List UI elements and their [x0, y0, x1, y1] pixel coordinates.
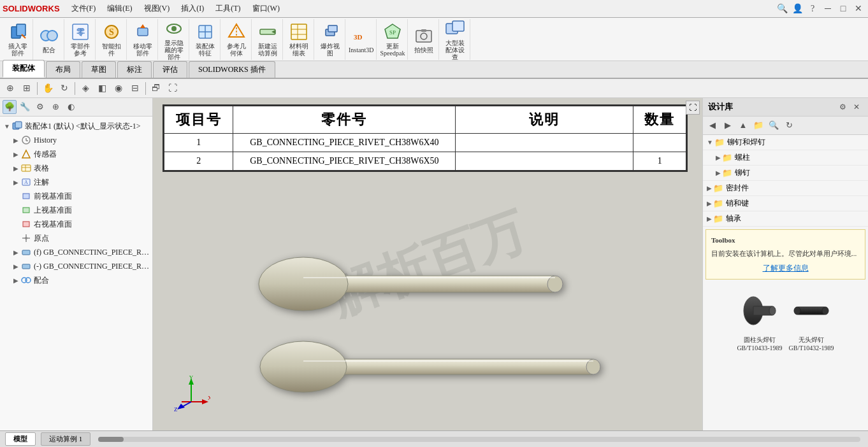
- tree-assembly-root[interactable]: ▼ 装配体1 (默认) <默认_显示状态-1>: [0, 119, 152, 133]
- status-tab-motion[interactable]: 运动算例 1: [41, 432, 90, 446]
- tab-evaluate[interactable]: 评估: [153, 61, 187, 78]
- appearance-icon[interactable]: ◐: [64, 100, 78, 114]
- feature-tree-icon[interactable]: 🌳: [3, 100, 17, 114]
- tab-annotation[interactable]: 标注: [117, 61, 152, 78]
- tree-part-1[interactable]: ▶ (f) GB_CONNECTING_PIECE_RIVE...: [0, 245, 152, 259]
- instant3d-label: Instant3D: [349, 46, 373, 53]
- toolbar-assembly-feature[interactable]: 装配体特征: [190, 19, 221, 60]
- sensor-arrow[interactable]: ▶: [11, 150, 20, 159]
- zoom-window-icon[interactable]: ⊞: [19, 81, 34, 96]
- menu-tools[interactable]: 工具(T): [210, 2, 245, 15]
- rp-search-icon[interactable]: 🔍: [767, 118, 781, 132]
- front-plane-arrow[interactable]: [11, 192, 20, 201]
- display-style-icon[interactable]: ◧: [94, 81, 110, 96]
- tree-sensor[interactable]: ▶ 传感器: [0, 147, 152, 161]
- toolbar-move-comp[interactable]: 移动零部件: [127, 19, 158, 60]
- top-menu-bar: SOLIDWORKS 文件(F) 编辑(E) 视图(V) 插入(I) 工具(T)…: [0, 0, 868, 18]
- toolbar-speedpak[interactable]: SP 更新Speedpak: [377, 19, 408, 60]
- toolbar-instant3d[interactable]: 3D Instant3D: [346, 19, 377, 60]
- property-icon[interactable]: 🔧: [18, 100, 32, 114]
- thumb-item-1[interactable]: 圆柱头焊钉GB/T10433-1989: [737, 288, 782, 352]
- rp-forward-icon[interactable]: ▶: [721, 118, 735, 132]
- tree-part-2[interactable]: ▶ (-) GB_CONNECTING_PIECE_RIVE...: [0, 259, 152, 273]
- minimize-icon[interactable]: ─: [821, 2, 835, 16]
- rp-tree-stud[interactable]: ▶ 📁 螺柱: [703, 150, 868, 166]
- toolbar-smart-fasteners[interactable]: S 智能扣件: [96, 19, 127, 60]
- toolbar-snapshot[interactable]: 拍快照: [409, 19, 439, 60]
- zoom-fit-icon[interactable]: ⊕: [3, 81, 18, 96]
- view-orient-icon[interactable]: ◈: [78, 81, 93, 96]
- origin-arrow[interactable]: [11, 234, 20, 243]
- rp-up-icon[interactable]: ▲: [736, 118, 750, 132]
- tab-layout[interactable]: 布局: [46, 61, 80, 78]
- tab-plugins[interactable]: SOLIDWORKS 插件: [189, 61, 275, 78]
- assembly-icon: [11, 120, 23, 132]
- search-icon[interactable]: 🔍: [775, 2, 789, 16]
- dimensions-icon[interactable]: ⊕: [48, 100, 62, 114]
- scroll-thumb[interactable]: [98, 437, 124, 442]
- tree-mate[interactable]: ▶ 配合: [0, 273, 152, 287]
- top-plane-arrow[interactable]: [11, 206, 20, 215]
- rp-back-icon[interactable]: ◀: [705, 118, 720, 132]
- tree-front-plane[interactable]: 前视基准面: [0, 189, 152, 203]
- help-icon[interactable]: ?: [806, 2, 820, 16]
- tab-assembly[interactable]: 装配体: [3, 60, 45, 78]
- menu-insert[interactable]: 插入(I): [176, 2, 209, 15]
- right-plane-arrow[interactable]: [11, 220, 20, 229]
- rp-tree-rivets-root[interactable]: ▼ 📁 铆钉和焊钉: [703, 135, 868, 150]
- close-icon[interactable]: ✕: [851, 2, 865, 16]
- part1-arrow[interactable]: ▶: [11, 248, 20, 257]
- annotation-arrow[interactable]: ▶: [11, 178, 20, 187]
- toolbar-explode[interactable]: 爆炸视图: [315, 19, 345, 60]
- user-icon[interactable]: 👤: [790, 2, 804, 16]
- tree-origin[interactable]: 原点: [0, 231, 152, 245]
- viewport-expand-btn[interactable]: ⛶: [686, 101, 700, 115]
- section-view-icon[interactable]: ⊟: [127, 81, 143, 96]
- hide-show-icon[interactable]: ◉: [111, 81, 126, 96]
- rp-refresh-icon[interactable]: ↻: [782, 118, 796, 132]
- design-lib-settings-icon[interactable]: ⚙: [836, 101, 849, 113]
- toolbar-large-assembly[interactable]: 大型装配体设查: [440, 19, 470, 60]
- horizontal-scrollbar[interactable]: [98, 437, 860, 442]
- maximize-icon[interactable]: □: [836, 2, 850, 16]
- annotation-icon: A: [20, 176, 32, 188]
- rp-tree-seal[interactable]: ▶ 📁 密封件: [703, 181, 868, 196]
- tree-top-plane[interactable]: 上视基准面: [0, 203, 152, 217]
- pan-icon[interactable]: ✋: [40, 81, 55, 96]
- rp-add-folder-icon[interactable]: 📁: [751, 118, 765, 132]
- config-icon[interactable]: ⚙: [33, 100, 47, 114]
- part2-arrow[interactable]: ▶: [11, 262, 20, 271]
- history-arrow[interactable]: ▶: [11, 136, 20, 145]
- rp-tree-pin[interactable]: ▶ 📁 销和键: [703, 196, 868, 211]
- tree-expand-arrow[interactable]: ▼: [3, 122, 11, 131]
- rotate-icon[interactable]: ↻: [57, 81, 72, 96]
- menu-window[interactable]: 窗口(W): [247, 2, 285, 15]
- toolbar-new-motion[interactable]: 新建运动算例: [252, 19, 283, 60]
- thumb-item-2[interactable]: 无头焊钉GB/T10432-1989: [789, 288, 834, 352]
- table-arrow[interactable]: ▶: [11, 164, 20, 173]
- view-3d-icon[interactable]: 🗗: [148, 81, 164, 96]
- menu-view[interactable]: 视图(V): [139, 2, 175, 15]
- design-lib-close-icon[interactable]: ✕: [850, 101, 863, 113]
- view-expand-icon[interactable]: ⛶: [165, 81, 180, 96]
- toolbar-assemble[interactable]: 配合: [34, 19, 64, 60]
- menu-edit[interactable]: 编辑(E): [102, 2, 137, 15]
- 3d-viewport[interactable]: 解析百万 项目号 零件号 说明 数量 1 GB_CONNECTING_PIECE…: [153, 98, 702, 430]
- status-tab-model[interactable]: 模型: [5, 432, 36, 446]
- rp-tree-bearing[interactable]: ▶ 📁 轴承: [703, 211, 868, 227]
- toolbox-learn-more-link[interactable]: 了解更多信息: [711, 262, 860, 274]
- tree-history[interactable]: ▶ History: [0, 133, 152, 147]
- tree-part1-text: (f) GB_CONNECTING_PIECE_RIVE...: [34, 248, 150, 257]
- toolbar-reference-geom[interactable]: 参考几何体: [221, 19, 252, 60]
- toolbar-bom[interactable]: 材料明细表: [284, 19, 314, 60]
- tree-table[interactable]: ▶ 表格: [0, 161, 152, 175]
- toolbar-comp-ref[interactable]: 零 零部件参考: [65, 19, 96, 60]
- mate-arrow[interactable]: ▶: [11, 276, 20, 285]
- rp-tree-rivet[interactable]: ▶ 📁 铆钉: [703, 166, 868, 181]
- menu-file[interactable]: 文件(F): [66, 2, 101, 15]
- tree-annotation[interactable]: ▶ A 注解: [0, 175, 152, 189]
- tab-sketch[interactable]: 草图: [82, 61, 116, 78]
- tree-right-plane[interactable]: 右视基准面: [0, 217, 152, 231]
- toolbar-insert-part[interactable]: 插入零部件: [3, 19, 33, 60]
- toolbar-show-hide[interactable]: 显示隐藏的零部件: [159, 19, 189, 60]
